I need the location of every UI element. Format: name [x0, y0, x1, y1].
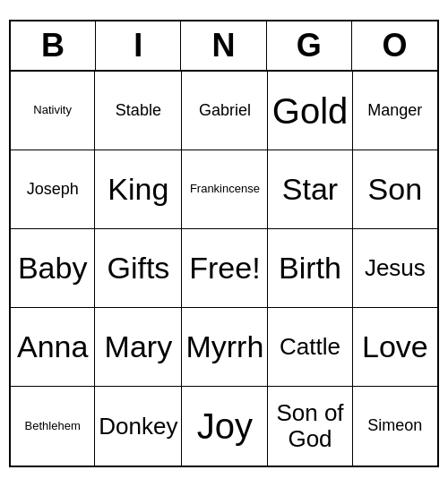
cell-text: King [108, 173, 168, 206]
cell-text: Mary [105, 330, 173, 363]
bingo-cell: Gabriel [182, 72, 268, 150]
bingo-cell: Myrrh [182, 308, 268, 387]
cell-text: Anna [17, 330, 88, 363]
cell-text: Love [362, 330, 428, 363]
bingo-cell: Star [268, 150, 352, 229]
cell-text: Frankincense [190, 183, 260, 195]
cell-text: Free! [189, 252, 260, 285]
header-letter: N [181, 21, 266, 70]
bingo-cell: King [95, 150, 182, 229]
cell-text: Cattle [280, 334, 340, 360]
cell-text: Gold [272, 91, 349, 131]
bingo-cell: Son of God [268, 387, 352, 466]
bingo-header: BINGO [11, 21, 437, 72]
bingo-cell: Joseph [11, 150, 95, 229]
cell-text: Simeon [367, 417, 422, 435]
bingo-cell: Frankincense [182, 150, 268, 229]
bingo-body: NativityStableGabrielGoldMangerJosephKin… [11, 72, 437, 466]
bingo-cell: Gifts [95, 229, 182, 308]
cell-text: Son [368, 173, 423, 206]
bingo-cell: Gold [268, 72, 352, 150]
bingo-cell: Son [353, 150, 437, 229]
cell-text: Myrrh [185, 330, 263, 363]
bingo-card: BINGO NativityStableGabrielGoldMangerJos… [9, 20, 439, 467]
cell-text: Star [282, 173, 338, 206]
cell-text: Manger [367, 102, 422, 120]
cell-text: Donkey [99, 414, 177, 440]
bingo-cell: Anna [11, 308, 95, 387]
cell-text: Bethlehem [25, 420, 81, 432]
bingo-cell: Cattle [268, 308, 352, 387]
cell-text: Jesus [365, 255, 426, 281]
bingo-cell: Free! [182, 229, 268, 308]
cell-text: Son of God [276, 400, 343, 451]
bingo-cell: Jesus [353, 229, 437, 308]
bingo-cell: Joy [182, 387, 268, 466]
bingo-cell: Stable [95, 72, 182, 150]
cell-text: Birth [279, 252, 341, 285]
header-letter: O [352, 21, 437, 70]
bingo-cell: Simeon [353, 387, 437, 466]
cell-text: Gifts [107, 252, 169, 285]
bingo-cell: Bethlehem [11, 387, 95, 466]
header-letter: I [96, 21, 181, 70]
bingo-cell: Manger [353, 72, 437, 150]
cell-text: Joseph [27, 181, 79, 199]
cell-text: Stable [116, 102, 161, 120]
header-letter: B [11, 21, 96, 70]
cell-text: Joy [197, 406, 253, 446]
bingo-cell: Love [353, 308, 437, 387]
cell-text: Baby [18, 252, 88, 285]
bingo-cell: Mary [95, 308, 182, 387]
header-letter: G [267, 21, 352, 70]
bingo-cell: Baby [11, 229, 95, 308]
bingo-cell: Donkey [95, 387, 182, 466]
bingo-cell: Birth [268, 229, 352, 308]
cell-text: Nativity [33, 104, 72, 116]
cell-text: Gabriel [199, 102, 251, 120]
bingo-cell: Nativity [11, 72, 95, 150]
